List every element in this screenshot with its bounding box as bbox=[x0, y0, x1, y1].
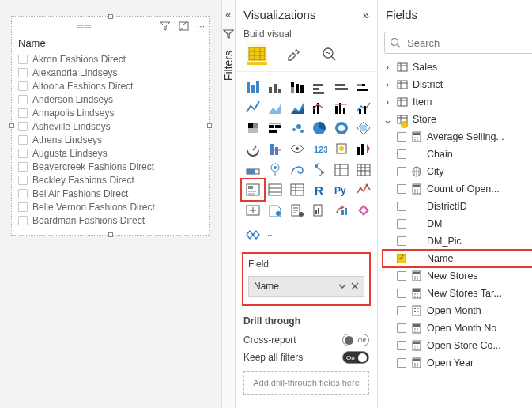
keep-filters-toggle[interactable]: On bbox=[342, 351, 369, 364]
viz-type-2[interactable] bbox=[288, 78, 307, 96]
checkbox-icon[interactable] bbox=[18, 216, 28, 225]
format-visual-tab[interactable] bbox=[283, 44, 304, 65]
drag-grip-icon[interactable]: ══ bbox=[17, 21, 152, 32]
slicer-item[interactable]: Athens Lindseys bbox=[18, 133, 203, 146]
build-visual-tab[interactable] bbox=[247, 44, 267, 65]
slicer-list[interactable]: Akron Fashions DirectAlexandria Lindseys… bbox=[12, 52, 209, 227]
field-dm[interactable]: DM bbox=[383, 215, 532, 232]
chevron-down-icon[interactable]: ⌄ bbox=[383, 114, 392, 126]
more-options-icon[interactable]: ··· bbox=[197, 21, 205, 32]
checkbox-icon[interactable] bbox=[18, 55, 28, 64]
field-open-month-no[interactable]: Open Month No bbox=[383, 319, 532, 337]
viz-type-34[interactable]: Py bbox=[332, 181, 351, 198]
filters-pane-collapsed[interactable]: « Filters bbox=[221, 0, 236, 408]
viz-type-29[interactable] bbox=[354, 161, 373, 178]
chevron-right-icon[interactable]: › bbox=[383, 96, 392, 108]
collapse-viz-icon[interactable]: » bbox=[363, 8, 369, 21]
focus-mode-icon[interactable] bbox=[179, 21, 189, 31]
viz-type-13[interactable] bbox=[266, 119, 285, 137]
field-new-stores[interactable]: New Stores bbox=[383, 267, 532, 285]
resize-handle-right[interactable] bbox=[207, 123, 212, 128]
fields-search[interactable] bbox=[384, 32, 532, 54]
chevron-down-icon[interactable] bbox=[338, 282, 346, 290]
resize-handle-left[interactable] bbox=[9, 123, 14, 128]
checkbox-icon[interactable] bbox=[397, 323, 406, 333]
checkbox-icon[interactable] bbox=[397, 358, 406, 368]
chevron-right-icon[interactable]: › bbox=[383, 79, 392, 90]
viz-type-9[interactable] bbox=[310, 99, 329, 116]
viz-type-35[interactable] bbox=[354, 181, 373, 198]
checkbox-icon[interactable] bbox=[18, 81, 28, 91]
checkbox-icon[interactable] bbox=[397, 271, 406, 281]
checkbox-icon[interactable] bbox=[397, 254, 406, 263]
slicer-item[interactable]: Annapolis Lindseys bbox=[18, 106, 203, 119]
field-new-stores-tar-[interactable]: New Stores Tar... bbox=[383, 285, 532, 302]
field-city[interactable]: City bbox=[383, 163, 532, 180]
checkbox-icon[interactable] bbox=[18, 162, 28, 172]
slicer-item[interactable]: Anderson Lindseys bbox=[18, 93, 203, 106]
checkbox-icon[interactable] bbox=[397, 184, 406, 194]
slicer-item[interactable]: Altoona Fashions Direct bbox=[18, 79, 203, 93]
fields-tree[interactable]: ›Sales›District›Item⌄StoreAverage Sellin… bbox=[378, 59, 532, 372]
slicer-visual[interactable]: ══ ··· Name Akron Fashions DirectAlexand… bbox=[11, 16, 210, 236]
table-sales[interactable]: ›Sales bbox=[383, 59, 532, 76]
viz-type-30[interactable] bbox=[243, 181, 262, 198]
checkbox-icon[interactable] bbox=[397, 219, 406, 229]
table-district[interactable]: ›District bbox=[383, 76, 532, 93]
remove-field-icon[interactable] bbox=[351, 282, 359, 290]
viz-type-5[interactable] bbox=[354, 78, 373, 96]
slicer-item[interactable]: Boardman Fashions Direct bbox=[18, 213, 203, 227]
checkbox-icon[interactable] bbox=[18, 135, 28, 145]
checkbox-icon[interactable] bbox=[18, 108, 28, 118]
viz-type-18[interactable] bbox=[243, 140, 262, 157]
field-open-store-co-[interactable]: Open Store Co... bbox=[383, 337, 532, 354]
viz-type-28[interactable] bbox=[332, 161, 351, 178]
viz-type-15[interactable] bbox=[310, 119, 329, 137]
viz-type-36[interactable] bbox=[243, 202, 262, 219]
expand-filters-icon[interactable]: « bbox=[225, 8, 232, 21]
more-visuals-icon[interactable] bbox=[245, 229, 261, 241]
filter-icon[interactable] bbox=[160, 21, 171, 31]
checkbox-icon[interactable] bbox=[18, 68, 28, 77]
checkbox-icon[interactable] bbox=[18, 202, 28, 212]
viz-type-39[interactable] bbox=[310, 202, 329, 219]
drill-through-dropzone[interactable]: Add drill-through fields here bbox=[243, 371, 369, 395]
viz-type-33[interactable]: R bbox=[310, 181, 329, 198]
checkbox-icon[interactable] bbox=[397, 306, 406, 315]
viz-type-27[interactable] bbox=[310, 161, 329, 178]
viz-type-37[interactable] bbox=[266, 202, 285, 219]
viz-type-40[interactable] bbox=[332, 202, 351, 219]
viz-ellipsis-icon[interactable]: ··· bbox=[267, 229, 275, 240]
checkbox-icon[interactable] bbox=[397, 167, 406, 176]
viz-type-26[interactable] bbox=[288, 161, 307, 178]
slicer-item[interactable]: Akron Fashions Direct bbox=[18, 52, 203, 66]
field-districtid[interactable]: DistrictID bbox=[383, 198, 532, 215]
checkbox-icon[interactable] bbox=[18, 95, 28, 104]
viz-type-32[interactable] bbox=[288, 181, 307, 198]
viz-type-17[interactable] bbox=[354, 119, 373, 137]
checkbox-icon[interactable] bbox=[397, 132, 406, 142]
report-canvas[interactable]: ══ ··· Name Akron Fashions DirectAlexand… bbox=[0, 0, 221, 408]
viz-type-12[interactable] bbox=[243, 119, 262, 137]
slicer-item[interactable]: Beckley Fashions Direct bbox=[18, 173, 203, 187]
analytics-tab[interactable] bbox=[319, 44, 340, 65]
viz-type-7[interactable] bbox=[266, 99, 285, 116]
viz-type-20[interactable] bbox=[288, 140, 307, 157]
viz-type-24[interactable] bbox=[243, 161, 262, 178]
checkbox-icon[interactable] bbox=[18, 176, 28, 185]
field-chip-name[interactable]: Name bbox=[248, 276, 364, 297]
chevron-right-icon[interactable]: › bbox=[383, 62, 392, 73]
checkbox-icon[interactable] bbox=[397, 236, 406, 246]
field-average-selling-[interactable]: Average Selling... bbox=[383, 128, 532, 145]
slicer-item[interactable]: Asheville Lindseys bbox=[18, 119, 203, 133]
viz-type-41[interactable] bbox=[354, 202, 373, 219]
viz-type-23[interactable] bbox=[354, 140, 373, 157]
viz-type-0[interactable] bbox=[243, 78, 262, 96]
table-item[interactable]: ›Item bbox=[383, 93, 532, 111]
viz-type-22[interactable] bbox=[332, 140, 351, 157]
field-open-year[interactable]: Open Year bbox=[383, 354, 532, 372]
slicer-item[interactable]: Beavercreek Fashions Direct bbox=[18, 160, 203, 173]
viz-type-6[interactable] bbox=[243, 99, 262, 116]
checkbox-icon[interactable] bbox=[18, 149, 28, 158]
viz-type-19[interactable] bbox=[266, 140, 285, 157]
